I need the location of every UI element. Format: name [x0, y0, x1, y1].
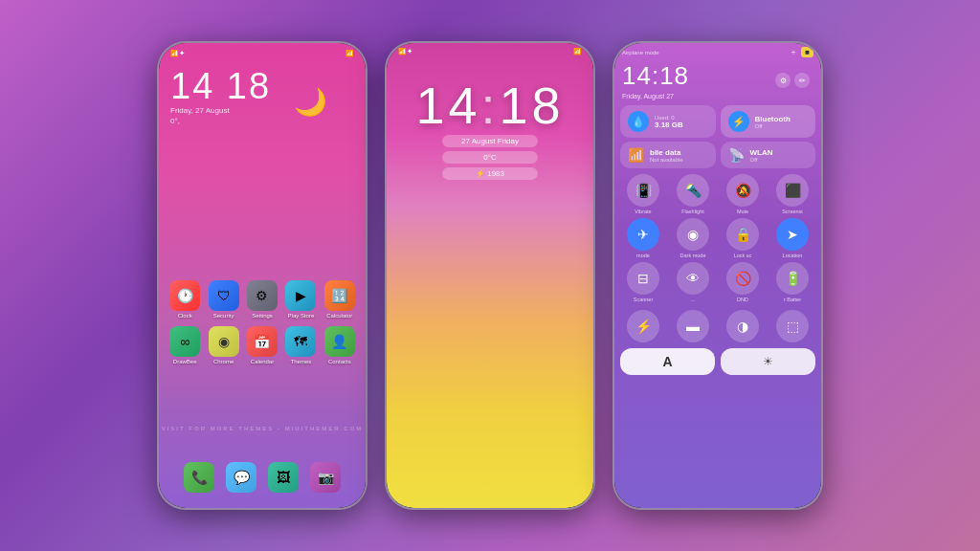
dock-messages[interactable]: 💬 — [226, 462, 256, 493]
mute-btn[interactable]: 🔕 Mute — [720, 174, 766, 214]
clock-label: Clock — [178, 313, 192, 319]
phone1-screen: 📶✦ 📶 14 18 Friday, 27 August 0°, 🌙 🕐 Clo… — [159, 43, 366, 508]
app-contacts[interactable]: 👤 Contacts — [323, 326, 356, 364]
playstore-icon: ▶ — [285, 280, 316, 311]
app-drawbee[interactable]: ∞ DrawBee — [168, 326, 201, 364]
phone-3: Airplane mode ＋ ■ 14:18 Friday, August 2… — [612, 41, 823, 510]
location-label: Location — [783, 253, 803, 258]
calendar-label: Calendar — [251, 359, 274, 364]
phone2-screen: 📶✦ 📶 14:18 27 August Friday 0°C ⚡ 1983 — [387, 43, 593, 508]
phone2-time: 14:18 — [415, 79, 564, 131]
cc-row4: ⚡ ▬ ◑ ⬚ — [620, 310, 815, 342]
phone1-app-grid-row1: 🕐 Clock 🛡 Security ⚙ Settings ▶ Play Sto… — [159, 273, 366, 326]
security-icon: 🛡 — [209, 280, 239, 311]
dnd-icon: 🚫 — [726, 262, 759, 295]
vibrate-btn[interactable]: 📳 Vibrate — [620, 174, 666, 214]
cc-bluetooth-tile[interactable]: ⚡ Bluetooth Off — [721, 105, 816, 138]
phone-1: 📶✦ 📶 14 18 Friday, 27 August 0°, 🌙 🕐 Clo… — [157, 41, 368, 510]
vibrate-label: Vibrate — [635, 209, 651, 214]
phone2-date-pill: 27 August Friday — [442, 135, 538, 147]
phone2-signal: 📶✦ — [398, 48, 412, 55]
cc-round-grid-3: ⊟ Scanner 👁 ... 🚫 DND 🔋 r Batter — [614, 260, 821, 304]
mute-icon: 🔕 — [726, 174, 759, 207]
brightness-btn[interactable]: ☀ — [721, 348, 815, 375]
app-clock[interactable]: 🕐 Clock — [168, 280, 201, 319]
moon-icon: 🌙 — [294, 86, 327, 118]
cc-storage-tile[interactable]: 💧 Used: 0 3.18 GB — [620, 105, 716, 138]
phone-app-icon: 📞 — [184, 462, 214, 493]
flashlight-icon: 🔦 — [677, 174, 709, 207]
cc-bluetooth-text: Bluetooth Off — [755, 115, 791, 129]
app-playstore[interactable]: ▶ Play Store — [284, 280, 317, 319]
cc-settings-icon[interactable]: ⚙ — [775, 73, 791, 88]
storage-value: 3.18 GB — [655, 121, 683, 129]
cc-wlan-tile[interactable]: 📡 WLAN Off — [721, 142, 816, 168]
playstore-label: Play Store — [288, 313, 315, 319]
mobile-data-status: Not available — [650, 157, 683, 163]
mobile-data-title: bile data — [650, 148, 683, 157]
themes-label: Themes — [291, 359, 312, 364]
cc-storage-text: Used: 0 3.18 GB — [655, 115, 683, 129]
bluetooth-icon: ⚡ — [728, 111, 749, 132]
bluetooth-status: Off — [755, 123, 791, 129]
screenshot-icon: ⬛ — [776, 174, 809, 207]
chrome-label: Chrome — [213, 359, 234, 364]
airplane-btn[interactable]: ✈ mode — [620, 218, 666, 258]
cc-mobile-data-tile[interactable]: 📶 bile data Not available — [620, 142, 716, 168]
battery-btn[interactable]: 🔋 r Batter — [769, 262, 815, 302]
flashlight-btn[interactable]: 🔦 Flashlight — [670, 174, 716, 214]
watermark: VISIT FOR MORE THEMES - MIUITHEMER.COM — [159, 426, 366, 431]
dock-photos[interactable]: 🖼 — [268, 462, 299, 493]
lightning-btn[interactable]: ⚡ — [620, 310, 666, 342]
dock-phone[interactable]: 📞 — [184, 462, 214, 493]
phone2-temp-pill: 0°C — [442, 151, 538, 164]
app-calendar[interactable]: 📅 Calendar — [246, 326, 278, 364]
phone1-signal: 📶✦ — [170, 50, 185, 57]
security-label: Security — [213, 313, 234, 319]
phone1-app-grid-row2: ∞ DrawBee ◉ Chrome 📅 Calendar 🗺 Themes 👤… — [159, 326, 366, 372]
cast-btn[interactable]: ▬ — [670, 310, 716, 342]
screenshot-btn[interactable]: ⬛ Screenst — [769, 174, 815, 214]
phone2-year-pill: ⚡ 1983 — [442, 167, 538, 180]
cc-mobile-text: bile data Not available — [650, 148, 683, 163]
cc-edit-icon[interactable]: ✏ — [794, 73, 810, 88]
wlan-status: Off — [750, 157, 773, 163]
mute-label: Mute — [737, 209, 748, 214]
darkmode-btn[interactable]: ◉ Dark mode — [670, 218, 716, 258]
clock-icon: 🕐 — [169, 280, 200, 311]
calculator-label: Calculator — [326, 313, 352, 319]
cc-round-grid-2: ✈ mode ◉ Dark mode 🔒 Lock sc ➤ Location — [614, 216, 821, 260]
settings-label: Settings — [252, 313, 273, 319]
themes-icon: 🗺 — [285, 326, 316, 357]
app-themes[interactable]: 🗺 Themes — [284, 326, 317, 364]
dnd-btn[interactable]: 🚫 DND — [720, 262, 766, 302]
phone1-dock: 📞 💬 🖼 📷 — [159, 454, 366, 500]
calendar-icon: 📅 — [247, 326, 278, 357]
font-btn[interactable]: A — [620, 348, 715, 375]
cc-header-icons: ⚙ ✏ — [771, 73, 813, 88]
vibrate-icon: 📳 — [627, 174, 659, 207]
app-settings[interactable]: ⚙ Settings — [246, 280, 278, 319]
chrome-icon: ◉ — [209, 326, 239, 357]
scanner-btn[interactable]: ⊟ Scanner — [620, 262, 666, 302]
phone2-status-bar: 📶✦ 📶 — [387, 43, 593, 60]
scanner-icon: ⊟ — [627, 262, 659, 295]
app-chrome[interactable]: ◉ Chrome — [207, 326, 239, 364]
battery-label: r Batter — [784, 297, 801, 302]
phone3-screen: Airplane mode ＋ ■ 14:18 Friday, August 2… — [614, 43, 821, 508]
location-icon: ➤ — [776, 218, 809, 251]
cast-icon: ▬ — [677, 310, 709, 342]
cc-date: Friday, August 27 — [622, 93, 689, 99]
app-calculator[interactable]: 🔢 Calculator — [323, 280, 356, 319]
screenshot-label: Screenst — [782, 209, 803, 214]
dnd-label: DND — [737, 297, 748, 302]
app-security[interactable]: 🛡 Security — [207, 280, 239, 319]
extra-btn[interactable]: ⬚ — [769, 310, 815, 342]
cc-round-grid-1: 📳 Vibrate 🔦 Flashlight 🔕 Mute ⬛ Screenst — [614, 172, 821, 216]
eye-btn[interactable]: 👁 ... — [670, 262, 716, 302]
night-mode-btn[interactable]: ◑ — [720, 310, 766, 342]
lockscreen-btn[interactable]: 🔒 Lock sc — [720, 218, 766, 258]
dock-camera[interactable]: 📷 — [310, 462, 341, 493]
cc-battery-indicator: ■ — [801, 47, 813, 57]
location-btn[interactable]: ➤ Location — [769, 218, 815, 258]
